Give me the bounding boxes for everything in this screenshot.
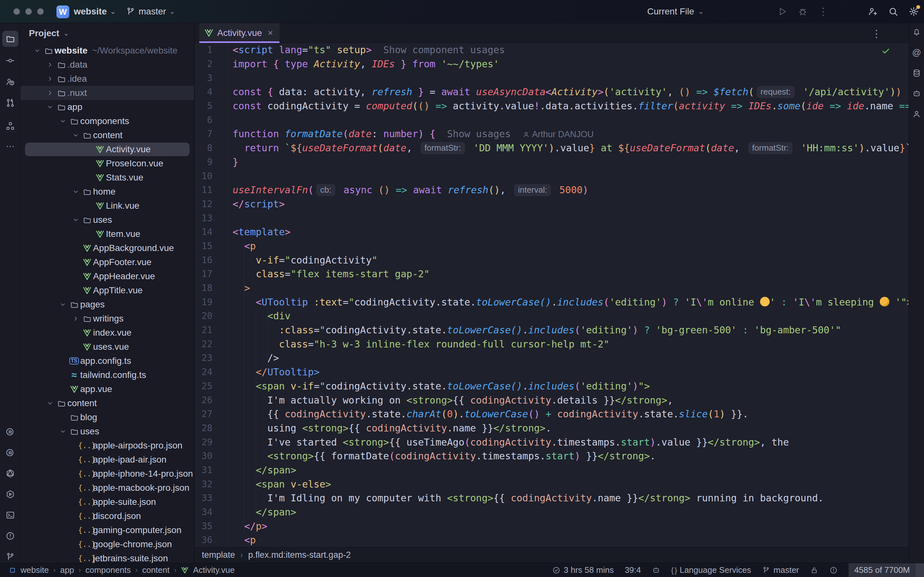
- chevron-down-icon[interactable]: [71, 216, 81, 223]
- status-widget-unlock[interactable]: [810, 566, 819, 574]
- code-line-21[interactable]: 21 :class="codingActivity.state.toLowerC…: [195, 323, 909, 337]
- tool-more-icon[interactable]: [2, 139, 18, 155]
- tree-row-writings[interactable]: writings: [21, 311, 194, 326]
- code-line-1[interactable]: 1<script lang="ts" setup> Show component…: [195, 43, 909, 57]
- tree-row-apple-macbook-pro-json[interactable]: {..}apple-macbook-pro.json: [21, 481, 194, 495]
- chevron-down-icon[interactable]: [58, 428, 68, 435]
- chevron-down-icon[interactable]: [58, 301, 68, 308]
- code-line-22[interactable]: 22 class="h-3 w-3 inline-flex rounded-fu…: [195, 337, 909, 351]
- window-controls[interactable]: [13, 8, 44, 15]
- tool-structure-icon[interactable]: [2, 118, 18, 134]
- tree-row-apple-ipad-air-json[interactable]: {..}apple-ipad-air.json: [21, 453, 194, 467]
- code-line-13[interactable]: 13: [195, 211, 909, 225]
- status-path-item[interactable]: components: [86, 565, 131, 575]
- tree-row-home[interactable]: home: [21, 185, 194, 199]
- tree-row-content[interactable]: content: [21, 396, 194, 410]
- tool-profile-icon[interactable]: [910, 108, 923, 121]
- code-line-27[interactable]: 27 {{ codingActivity.state.charAt(0).toL…: [195, 407, 909, 421]
- status-widget-3-hrs-58-mins[interactable]: 3 hrs 58 mins: [552, 565, 614, 575]
- status-widget-master[interactable]: master: [762, 565, 799, 575]
- chevron-down-icon[interactable]: [45, 400, 55, 407]
- code-line-23[interactable]: 23 />: [195, 351, 909, 365]
- code-line-32[interactable]: 32 <span v-else>: [195, 477, 909, 491]
- code-line-25[interactable]: 25 <span v-if="codingActivity.state.toLo…: [195, 379, 909, 393]
- code-line-7[interactable]: 7function formatDate(date: number) { Sho…: [195, 127, 909, 141]
- tree-row-discord-json[interactable]: {..}discord.json: [21, 509, 194, 523]
- tree-row-website[interactable]: website~/Workspace/website: [21, 44, 194, 58]
- editor-options-kebab-icon[interactable]: ⋮: [871, 27, 882, 40]
- tree-row-app[interactable]: app: [21, 100, 194, 114]
- chevron-right-icon[interactable]: [71, 315, 81, 322]
- code-line-12[interactable]: 12</script>: [195, 197, 909, 211]
- code-line-18[interactable]: 18 >: [195, 281, 909, 295]
- tool-code-with-me-icon[interactable]: [2, 74, 18, 90]
- tool-database-icon[interactable]: [910, 67, 923, 79]
- tree-row-stats-vue[interactable]: Stats.vue: [21, 171, 194, 185]
- settings-icon[interactable]: [903, 0, 924, 23]
- project-panel-header[interactable]: Project ⌄: [21, 23, 194, 44]
- code-line-24[interactable]: 24 </UTooltip>: [195, 365, 909, 379]
- tree-row--idea[interactable]: .idea: [21, 72, 194, 86]
- tool-project-folder-icon[interactable]: [2, 31, 18, 47]
- code-editor[interactable]: 1<script lang="ts" setup> Show component…: [195, 43, 909, 547]
- author-inlay[interactable]: Arthur DANJOU: [522, 129, 594, 139]
- tree-row-appbackground-vue[interactable]: AppBackground.vue: [21, 241, 194, 255]
- branch-selector[interactable]: master ⌄: [126, 0, 175, 23]
- tree-row--nuxt[interactable]: .nuxt: [21, 86, 194, 100]
- status-path-item[interactable]: app: [60, 565, 74, 575]
- code-line-4[interactable]: 4const { data: activity, refresh } = awa…: [195, 85, 909, 99]
- code-line-30[interactable]: 30 <strong>{{ formatDate(codingActivity.…: [195, 449, 909, 463]
- status-path-item[interactable]: content: [142, 565, 170, 575]
- tool-notifications-icon[interactable]: [910, 26, 923, 39]
- chevron-down-icon[interactable]: [71, 188, 81, 195]
- code-line-15[interactable]: 15 <p: [195, 239, 909, 253]
- status-current-file[interactable]: Activity.vue: [193, 565, 235, 575]
- tree-row-apple-suite-json[interactable]: {..}apple-suite.json: [21, 495, 194, 509]
- code-line-2[interactable]: 2import { type Activity, IDEs } from '~~…: [195, 57, 909, 71]
- window-close-button[interactable]: [13, 8, 20, 15]
- tool-r-plugin-icon[interactable]: R: [2, 424, 18, 440]
- inspections-ok-icon[interactable]: [881, 46, 891, 56]
- tool-terminal-icon[interactable]: [2, 507, 18, 523]
- tree-row-apple-iphone-14-pro-json[interactable]: {..}apple-iphone-14-pro.json: [21, 467, 194, 481]
- window-zoom-button[interactable]: [37, 8, 44, 15]
- window-minimize-button[interactable]: [25, 8, 32, 15]
- tree-row-uses[interactable]: uses: [21, 213, 194, 227]
- chevron-down-icon[interactable]: [58, 118, 68, 125]
- tree-row-app-vue[interactable]: app.vue: [21, 382, 194, 396]
- status-widget-39-4[interactable]: 39:4: [625, 565, 641, 575]
- code-line-31[interactable]: 31 </span>: [195, 463, 909, 477]
- tree-row-jetbrains-suite-json[interactable]: {..}jetbrains-suite.json: [21, 551, 194, 563]
- tree-row-activity-vue[interactable]: Activity.vue: [21, 142, 194, 156]
- code-line-34[interactable]: 34 </span>: [195, 505, 909, 519]
- chevron-right-icon[interactable]: [45, 75, 55, 82]
- search-icon[interactable]: [883, 0, 903, 23]
- tool-r-plugin-2-icon[interactable]: R: [2, 445, 18, 461]
- chevron-down-icon[interactable]: [32, 47, 42, 54]
- code-line-36[interactable]: 36 <p: [195, 533, 909, 547]
- tree-row-index-vue[interactable]: index.vue: [21, 326, 194, 340]
- chevron-down-icon[interactable]: [45, 103, 55, 111]
- more-kebab-icon[interactable]: ⋮: [813, 0, 834, 23]
- tree-row-appheader-vue[interactable]: AppHeader.vue: [21, 269, 194, 284]
- tree-row-uses[interactable]: uses: [21, 424, 194, 438]
- tree-row-gaming-computer-json[interactable]: {..}gaming-computer.json: [21, 523, 194, 537]
- code-line-29[interactable]: 29 I've started <strong>{{ useTimeAgo(co…: [195, 435, 909, 449]
- tool-pull-requests-icon[interactable]: [2, 95, 18, 111]
- add-user-icon[interactable]: [863, 0, 883, 23]
- status-widget-language-services[interactable]: { }Language Services: [671, 565, 751, 575]
- code-line-20[interactable]: 20 <div: [195, 309, 909, 323]
- tree-row-google-chrome-json[interactable]: {..}google-chrome.json: [21, 537, 194, 551]
- run-configuration-selector[interactable]: Current File ⌄: [647, 0, 704, 23]
- code-line-3[interactable]: 3: [195, 71, 909, 85]
- run-icon[interactable]: [772, 0, 792, 23]
- tool-services-icon[interactable]: [2, 486, 18, 502]
- breadcrumb-item[interactable]: template: [202, 550, 235, 560]
- status-widget-4585-of-7700m[interactable]: 4585 of 7700M: [849, 563, 916, 577]
- tree-row-apple-airpods-pro-json[interactable]: {..}apple-airpods-pro.json: [21, 438, 194, 453]
- code-line-35[interactable]: 35 </p>: [195, 519, 909, 533]
- code-line-33[interactable]: 33 I'm Idling on my computer with <stron…: [195, 491, 909, 505]
- tree-row-app-config-ts[interactable]: TSapp.config.ts: [21, 354, 194, 368]
- tool-ai-assistant-icon[interactable]: @: [910, 46, 923, 59]
- code-line-8[interactable]: 8 return `${useDateFormat(date, formatSt…: [195, 141, 909, 155]
